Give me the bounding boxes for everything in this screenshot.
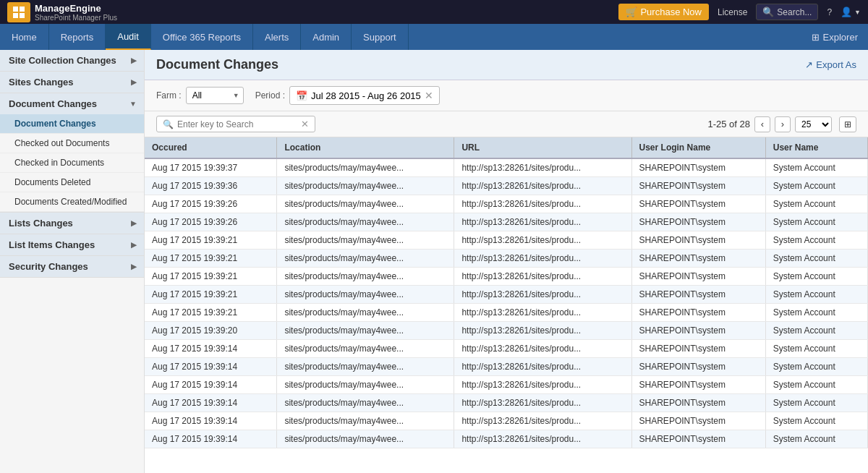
cell-login: SHAREPOINT\system (631, 412, 765, 430)
svg-rect-0 (13, 7, 18, 12)
prev-page-button[interactable]: ‹ (754, 116, 770, 132)
cell-location: sites/products/may/may4wee... (277, 286, 454, 304)
nav-support[interactable]: Support (352, 24, 409, 50)
document-changes-table: Occured Location URL User Login Name Use… (145, 137, 868, 448)
cell-occured: Aug 17 2015 19:39:14 (145, 412, 277, 430)
nav-reports[interactable]: Reports (49, 24, 106, 50)
cell-name: System Account (765, 268, 867, 286)
search-input[interactable] (177, 119, 297, 129)
topbar-right: 🛒 Purchase Now License 🔍 Search... ? 👤 ▼ (618, 4, 861, 20)
cell-url: http://sp13:28261/sites/produ... (454, 412, 631, 430)
chevron-right-icon-2: ▶ (131, 78, 137, 86)
search-clear-button[interactable]: ✕ (301, 119, 309, 129)
table-row: Aug 17 2015 19:39:14sites/products/may/m… (145, 376, 868, 394)
explorer-button[interactable]: ⊞ Explorer (801, 24, 868, 50)
cell-name: System Account (765, 195, 867, 213)
topbar-left: ManageEngine SharePoint Manager Plus (7, 2, 117, 22)
cell-login: SHAREPOINT\system (631, 322, 765, 340)
topbar: ManageEngine SharePoint Manager Plus 🛒 P… (0, 0, 868, 24)
cell-name: System Account (765, 231, 867, 250)
next-page-button[interactable]: › (775, 116, 791, 132)
user-avatar-icon: 👤 (841, 7, 852, 17)
cell-location: sites/products/may/may4wee... (277, 268, 454, 286)
sidebar-section-list-items: List Items Changes ▶ (0, 234, 144, 256)
table-body: Aug 17 2015 19:39:37sites/products/may/m… (145, 158, 868, 448)
cell-login: SHAREPOINT\system (631, 177, 765, 195)
table-row: Aug 17 2015 19:39:21sites/products/may/m… (145, 231, 868, 250)
cell-name: System Account (765, 213, 867, 231)
nav-audit[interactable]: Audit (106, 24, 151, 50)
nav-alerts[interactable]: Alerts (253, 24, 301, 50)
cell-login: SHAREPOINT\system (631, 394, 765, 412)
sidebar-section-header-lists[interactable]: Lists Changes ▶ (0, 213, 144, 234)
cell-occured: Aug 17 2015 19:39:14 (145, 340, 277, 358)
date-picker[interactable]: 📅 Jul 28 2015 - Aug 26 2015 ✕ (289, 86, 440, 105)
cell-name: System Account (765, 430, 867, 448)
sidebar-section-security: Security Changes ▶ (0, 256, 144, 278)
sidebar-item-document-changes[interactable]: Document Changes (0, 114, 144, 134)
cell-name: System Account (765, 376, 867, 394)
purchase-now-button[interactable]: 🛒 Purchase Now (618, 4, 709, 20)
farm-select[interactable]: All (186, 87, 244, 104)
sidebar-section-header-security[interactable]: Security Changes ▶ (0, 256, 144, 277)
nav-office365[interactable]: Office 365 Reports (151, 24, 253, 50)
cell-url: http://sp13:28261/sites/produ... (454, 195, 631, 213)
layout: Site Collection Changes ▶ Sites Changes … (0, 50, 868, 473)
sidebar-section-header-sites[interactable]: Sites Changes ▶ (0, 72, 144, 93)
date-clear-button[interactable]: ✕ (425, 90, 433, 101)
cell-location: sites/products/may/may4wee... (277, 195, 454, 213)
sidebar-item-checked-out[interactable]: Checked out Documents (0, 134, 144, 153)
period-group: Period : 📅 Jul 28 2015 - Aug 26 2015 ✕ (255, 86, 440, 105)
table-row: Aug 17 2015 19:39:14sites/products/may/m… (145, 358, 868, 376)
cell-occured: Aug 17 2015 19:39:26 (145, 213, 277, 231)
cell-url: http://sp13:28261/sites/produ... (454, 430, 631, 448)
farm-label: Farm : (156, 90, 182, 101)
per-page-select[interactable]: 25 50 100 (795, 116, 832, 132)
sidebar-section-site-collection: Site Collection Changes ▶ (0, 50, 144, 72)
cell-location: sites/products/may/may4wee... (277, 158, 454, 177)
cell-login: SHAREPOINT\system (631, 195, 765, 213)
cell-url: http://sp13:28261/sites/produ... (454, 231, 631, 250)
sidebar-section-header-list-items[interactable]: List Items Changes ▶ (0, 234, 144, 255)
chevron-down-icon-2: ▼ (129, 100, 137, 108)
table-row: Aug 17 2015 19:39:14sites/products/may/m… (145, 412, 868, 430)
cell-name: System Account (765, 340, 867, 358)
explorer-icon: ⊞ (812, 32, 820, 43)
help-link[interactable]: ? (827, 7, 832, 17)
nav-home[interactable]: Home (0, 24, 49, 50)
cell-name: System Account (765, 304, 867, 322)
license-link[interactable]: License (718, 7, 747, 17)
global-search-box[interactable]: 🔍 Search... (756, 4, 818, 20)
cell-occured: Aug 17 2015 19:39:37 (145, 158, 277, 177)
logo-text: ManageEngine SharePoint Manager Plus (35, 3, 117, 22)
sidebar-item-docs-created[interactable]: Documents Created/Modified (0, 192, 144, 212)
cell-url: http://sp13:28261/sites/produ... (454, 394, 631, 412)
col-username: User Name (765, 137, 867, 158)
table-header-row: Occured Location URL User Login Name Use… (145, 137, 868, 158)
cell-url: http://sp13:28261/sites/produ... (454, 376, 631, 394)
search-input-icon: 🔍 (163, 119, 174, 129)
export-as-button[interactable]: ↗ Export As (805, 59, 856, 70)
cell-url: http://sp13:28261/sites/produ... (454, 213, 631, 231)
sidebar-section-header-site-collection[interactable]: Site Collection Changes ▶ (0, 50, 144, 71)
chevron-down-icon: ▼ (854, 9, 861, 16)
col-location: Location (277, 137, 454, 158)
table-row: Aug 17 2015 19:39:26sites/products/may/m… (145, 195, 868, 213)
cell-location: sites/products/may/may4wee... (277, 376, 454, 394)
cell-location: sites/products/may/may4wee... (277, 177, 454, 195)
cell-login: SHAREPOINT\system (631, 430, 765, 448)
farm-group: Farm : All (156, 87, 244, 104)
page-header: Document Changes ↗ Export As (145, 50, 868, 80)
sidebar-item-docs-deleted[interactable]: Documents Deleted (0, 173, 144, 192)
cell-occured: Aug 17 2015 19:39:26 (145, 195, 277, 213)
nav-admin[interactable]: Admin (301, 24, 352, 50)
cell-url: http://sp13:28261/sites/produ... (454, 322, 631, 340)
grid-view-button[interactable]: ⊞ (839, 116, 856, 132)
table-container: Occured Location URL User Login Name Use… (145, 137, 868, 473)
sidebar-section-header-document[interactable]: Document Changes ▼ (0, 93, 144, 114)
cell-url: http://sp13:28261/sites/produ... (454, 340, 631, 358)
sidebar-section-lists: Lists Changes ▶ (0, 213, 144, 234)
user-menu[interactable]: 👤 ▼ (841, 7, 861, 17)
cell-occured: Aug 17 2015 19:39:14 (145, 358, 277, 376)
sidebar-item-checked-in[interactable]: Checked in Documents (0, 153, 144, 173)
